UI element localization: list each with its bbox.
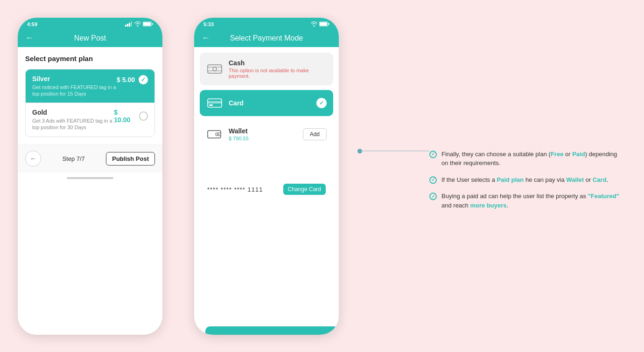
spacer [194,201,339,321]
gold-plan-right: $ 10.00 [114,109,148,124]
silver-plan-right: $ 5.00 [117,75,148,84]
card-number: **** **** **** 1111 [207,186,263,193]
annotation-text-2: Buying a paid ad can help the user list … [441,192,625,210]
wifi-icon [134,21,141,28]
svg-rect-15 [208,101,222,104]
silver-plan-price: $ 5.00 [117,76,135,83]
wallet-add-button[interactable]: Add [303,128,327,140]
card-name: Card [229,99,311,107]
svg-rect-6 [152,23,153,25]
status-bar-right: 5:33 [194,18,339,29]
back-button-left[interactable]: ← [25,33,34,43]
cash-info: Cash This option is not available to mak… [229,59,327,79]
bottom-bar-left: ← Step 7/7 Publish Post [18,145,162,173]
home-bar-left [67,177,113,179]
check-circle-icon-0: ✓ [429,151,437,158]
section-title: Select payment plan [25,55,155,62]
card-info: Card [229,99,311,107]
publish-button[interactable]: Publish Post [106,152,155,166]
silver-radio [139,75,148,84]
nav-title-right: Select Payment Mode [230,34,303,42]
battery-icon [143,21,153,28]
svg-rect-0 [125,25,126,27]
done-button[interactable]: Done [205,326,339,335]
nav-title-left: New Post [74,34,106,42]
annotation-area: ✓ Finally, they can choose a suitable pl… [429,142,625,210]
silver-plan-name: Silver [32,75,116,83]
check-circle-icon-2: ✓ [429,193,437,200]
gold-plan-info: Gold Get 3 Ads with FEATURED tag in a to… [32,109,114,131]
cash-name: Cash [229,59,327,67]
change-card-button[interactable]: Change Card [283,184,326,195]
svg-rect-2 [129,23,130,27]
phone-right: 5:33 ← Select Payment Mode Cash This o [194,18,339,335]
wallet-option[interactable]: Wallet $ 790.55 Add [200,121,333,148]
svg-rect-10 [208,65,222,73]
gold-plan[interactable]: Gold Get 3 Ads with FEATURED tag in a to… [26,103,154,137]
signal-icon-right [311,21,317,28]
annotation-text-1: If the User selects a Paid plan he can p… [441,175,608,185]
svg-rect-16 [209,104,213,106]
done-section: Done [194,321,339,335]
payment-content-wrapper: Cash This option is not available to mak… [194,47,339,335]
gold-plan-desc: Get 3 Ads with FEATURED tag in a top pos… [32,117,114,131]
svg-rect-8 [320,22,327,26]
cash-unavailable: This option is not available to make pay… [229,68,327,79]
back-button-right[interactable]: ← [202,33,210,43]
svg-rect-5 [143,22,151,26]
time-left: 4:59 [27,21,37,27]
annotation-item-2: ✓ Buying a paid ad can help the user lis… [429,192,625,210]
annotation-item-1: ✓ If the User selects a Paid plan he can… [429,175,625,185]
annotation-list: ✓ Finally, they can choose a suitable pl… [429,150,625,210]
annotation-text-0: Finally, they can choose a suitable plan… [441,150,625,168]
silver-plan[interactable]: Silver Get noticed with FEATURED tag in … [26,69,154,103]
back-circle-button[interactable]: ← [25,151,41,166]
time-right: 5:33 [203,21,214,27]
wallet-balance: $ 790.55 [229,136,297,141]
annotation-item-0: ✓ Finally, they can choose a suitable pl… [429,150,625,168]
annotation-dot [357,149,362,153]
card-check [316,98,327,108]
silver-plan-desc: Get noticed with FEATURED tag in a top p… [32,84,116,97]
svg-rect-3 [131,21,132,27]
svg-point-11 [213,67,217,71]
status-bar-left: 4:59 [18,18,162,29]
step-indicator: Step 7/7 [62,155,84,162]
gold-radio [139,111,148,121]
status-icons-right [311,21,329,28]
phone-left: 4:59 ← New Post Select payment plan Silv… [18,18,162,335]
card-icon [206,97,223,110]
nav-bar-left: ← New Post [18,29,162,47]
plan-content: Select payment plan Silver Get noticed w… [18,47,162,145]
status-icons-left [125,21,153,28]
svg-point-19 [217,133,219,135]
gold-plan-price: $ 10.00 [114,109,135,124]
wallet-icon [206,128,223,141]
battery-icon-right [319,21,329,28]
wallet-name: Wallet [229,127,297,135]
cash-option[interactable]: Cash This option is not available to mak… [200,53,333,85]
home-indicator-left [18,173,162,184]
plan-card: Silver Get noticed with FEATURED tag in … [25,69,155,137]
card-bar: **** **** **** 1111 Change Card [200,177,333,201]
svg-rect-1 [127,24,128,27]
wallet-info: Wallet $ 790.55 [229,127,297,141]
silver-plan-info: Silver Get noticed with FEATURED tag in … [32,75,116,97]
signal-icon [125,21,133,28]
annotation-line [359,151,429,151]
check-circle-icon-1: ✓ [429,176,437,184]
gold-plan-name: Gold [32,109,114,116]
nav-bar-right: ← Select Payment Mode [194,29,339,47]
card-option[interactable]: Card [200,90,333,116]
cash-icon [206,62,223,76]
svg-rect-9 [329,23,329,25]
payment-options-area: Cash This option is not available to mak… [194,47,339,178]
